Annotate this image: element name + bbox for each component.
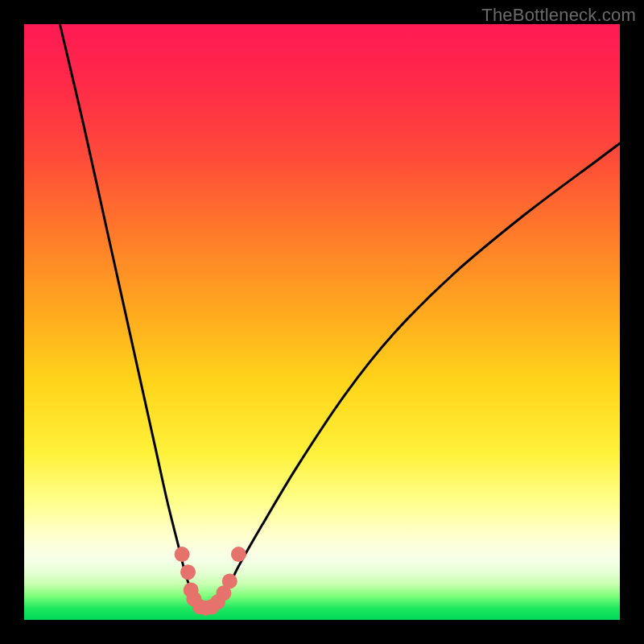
watermark-text: TheBottleneck.com	[481, 5, 636, 26]
chart-svg	[24, 24, 620, 620]
highlight-dot	[222, 573, 237, 588]
highlight-dot	[231, 547, 246, 562]
highlight-dot	[180, 564, 196, 580]
highlight-dots	[175, 547, 246, 616]
bottleneck-curve	[60, 24, 620, 609]
chart-frame: TheBottleneck.com	[0, 0, 644, 644]
highlight-dot	[175, 547, 190, 562]
chart-plot-area	[24, 24, 620, 620]
